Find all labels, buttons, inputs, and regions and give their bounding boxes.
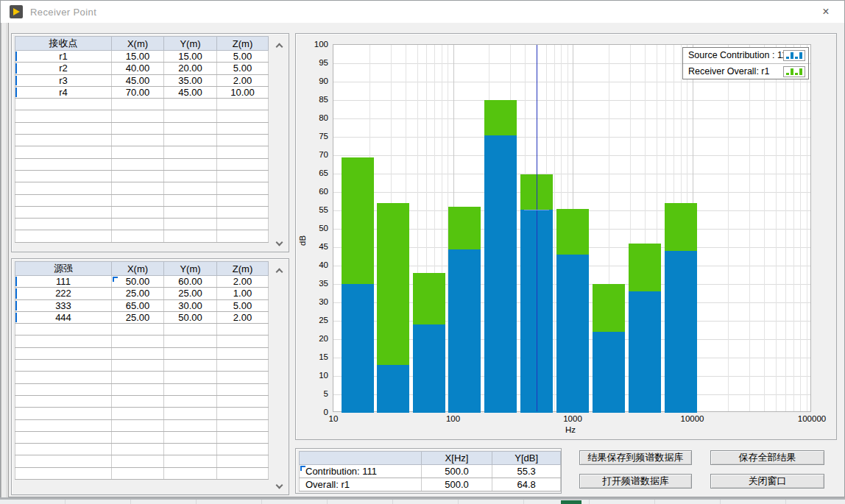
scroll-up-icon[interactable] (274, 40, 286, 52)
table-cell[interactable] (112, 347, 164, 359)
chart-cursor-line[interactable] (537, 45, 537, 411)
table-cell[interactable] (217, 455, 269, 467)
table-cell[interactable]: 20.00 (164, 63, 217, 74)
table-cell[interactable] (15, 230, 112, 242)
table-cell[interactable] (164, 408, 217, 419)
table-cell[interactable] (112, 467, 164, 479)
table-cell[interactable] (217, 408, 269, 419)
save-all-results-button[interactable]: 保存全部结果 (710, 450, 824, 465)
table-cell[interactable] (15, 182, 112, 194)
table-cell[interactable]: 10.00 (217, 86, 269, 98)
table-cell[interactable] (112, 230, 164, 242)
table-cell[interactable] (112, 360, 164, 372)
table-cell[interactable] (217, 135, 269, 146)
table-cell[interactable] (164, 158, 217, 170)
table-cell[interactable] (164, 170, 217, 182)
table-cell[interactable] (15, 110, 112, 122)
table-cell[interactable] (112, 336, 164, 347)
legend-entry-contribution[interactable]: Source Contribution : 111 (683, 48, 808, 63)
table-cell[interactable] (164, 324, 217, 336)
table-cell[interactable] (164, 230, 217, 242)
table-cell[interactable]: Contribution: 111 (300, 465, 422, 478)
table-cell[interactable] (164, 467, 217, 479)
table-cell[interactable]: 5.00 (217, 63, 269, 74)
table-cell[interactable]: r2 (15, 63, 112, 74)
table-cell[interactable] (217, 431, 269, 443)
table-cell[interactable] (15, 372, 112, 383)
table-cell[interactable] (164, 206, 217, 218)
table-cell[interactable]: 2.00 (217, 74, 269, 86)
table-cell[interactable] (15, 467, 112, 479)
close-icon[interactable]: × (818, 4, 834, 19)
table-cell[interactable] (217, 347, 269, 359)
table-cell[interactable]: 45.00 (112, 74, 164, 86)
table-cell[interactable]: 5.00 (217, 51, 269, 63)
table-cell[interactable]: 2.00 (217, 311, 269, 323)
table-cell[interactable] (217, 360, 269, 372)
table-cell[interactable] (112, 135, 164, 146)
table-cell[interactable]: 35.00 (164, 74, 217, 86)
open-spectrum-db-button[interactable]: 打开频谱数据库 (579, 474, 692, 489)
table-cell[interactable] (15, 419, 112, 431)
table-cell[interactable] (15, 408, 112, 419)
table-cell[interactable] (112, 324, 164, 336)
table-cell[interactable] (217, 170, 269, 182)
table-cell[interactable]: 65.00 (112, 299, 164, 311)
table-cell[interactable] (15, 347, 112, 359)
table-cell[interactable] (217, 194, 269, 206)
save-to-spectrum-db-button[interactable]: 结果保存到频谱数据库 (579, 450, 692, 465)
table-cell[interactable] (112, 219, 164, 230)
table-cell[interactable]: 50.00 (112, 276, 164, 288)
table-cell[interactable] (15, 135, 112, 146)
table-cell[interactable] (112, 122, 164, 134)
table-cell[interactable]: 40.00 (112, 63, 164, 74)
table-cell[interactable]: 1.00 (217, 288, 269, 299)
table-cell[interactable] (15, 324, 112, 336)
chart-plot-area[interactable]: 0510152025303540455055606570758085909510… (333, 44, 811, 412)
table-cell[interactable] (15, 431, 112, 443)
table-cell[interactable]: 55.3 (492, 465, 561, 478)
table-cell[interactable]: r3 (15, 74, 112, 86)
table-cell[interactable] (164, 431, 217, 443)
table-cell[interactable] (112, 372, 164, 383)
table-cell[interactable] (112, 444, 164, 455)
table-cell[interactable]: 30.00 (164, 299, 217, 311)
table-cell[interactable] (164, 194, 217, 206)
table-cell[interactable] (164, 146, 217, 158)
table-cell[interactable] (217, 383, 269, 395)
scroll-up-icon[interactable] (274, 265, 286, 277)
table-cell[interactable] (217, 219, 269, 230)
table-cell[interactable] (112, 455, 164, 467)
table-cell[interactable] (112, 194, 164, 206)
table-cell[interactable]: 15.00 (164, 51, 217, 63)
table-cell[interactable] (112, 383, 164, 395)
table-cell[interactable] (112, 158, 164, 170)
table-cell[interactable]: 444 (15, 311, 112, 323)
table-cell[interactable]: 25.00 (112, 288, 164, 299)
chart-legend[interactable]: Source Contribution : 111 Receiver Overa… (682, 47, 809, 79)
table-cell[interactable] (112, 431, 164, 443)
table-cell[interactable] (15, 206, 112, 218)
table-cell[interactable] (164, 182, 217, 194)
table-cell[interactable]: 15.00 (112, 51, 164, 63)
table-cell[interactable] (217, 467, 269, 479)
table-cell[interactable] (15, 395, 112, 407)
table-cell[interactable] (112, 408, 164, 419)
table-cell[interactable] (15, 158, 112, 170)
table-cell[interactable] (217, 372, 269, 383)
table-cell[interactable] (164, 135, 217, 146)
table-cell[interactable] (15, 146, 112, 158)
close-window-button[interactable]: 关闭窗口 (710, 474, 824, 489)
table-cell[interactable]: 333 (15, 299, 112, 311)
table-cell[interactable] (217, 336, 269, 347)
table-cell[interactable] (164, 444, 217, 455)
table-cell[interactable]: r1 (15, 51, 112, 63)
table-cell[interactable] (15, 383, 112, 395)
table-cell[interactable] (164, 360, 217, 372)
table-cell[interactable] (15, 170, 112, 182)
table-cell[interactable] (15, 194, 112, 206)
table-cell[interactable] (217, 395, 269, 407)
table-cell[interactable] (217, 158, 269, 170)
table-cell[interactable] (15, 122, 112, 134)
table-cell[interactable] (217, 110, 269, 122)
